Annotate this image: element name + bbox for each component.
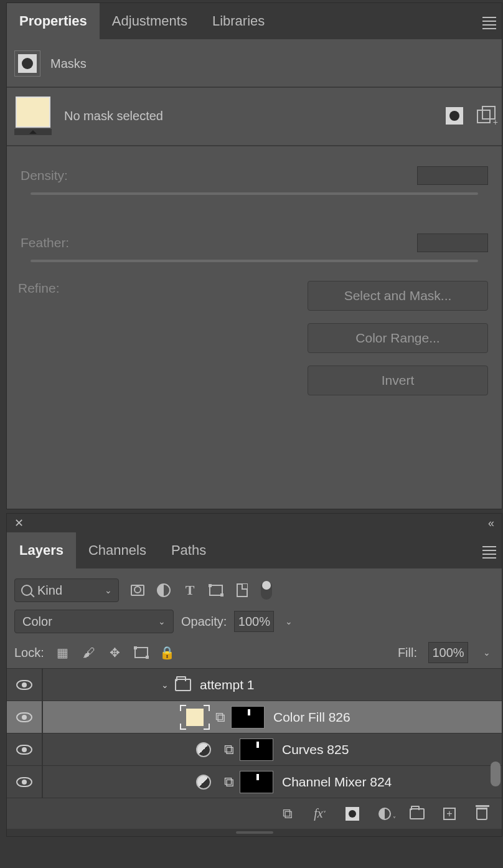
lock-label: Lock: [14,646,44,660]
lock-position-icon[interactable]: ✥ [108,645,123,660]
visibility-toggle[interactable] [7,745,42,755]
disclosure-icon[interactable]: ⌄ [161,680,169,690]
lock-pixels-icon[interactable]: 🖌 [82,645,96,660]
feather-input[interactable] [417,234,488,252]
color-range-button[interactable]: Color Range... [308,323,488,353]
blend-mode-select[interactable]: Color ⌄ [14,610,174,633]
link-layers-icon[interactable]: ⧉ [280,806,295,821]
layer-name[interactable]: Color Fill 826 [273,710,350,725]
layer-name[interactable]: Channel Mixer 824 [282,775,392,790]
filter-pixel-icon[interactable] [130,583,145,598]
add-pixel-mask-icon[interactable] [446,107,463,125]
lock-artboard-icon[interactable] [134,645,149,660]
filter-adjustment-icon[interactable] [156,583,171,598]
mask-thumbnail[interactable] [240,771,273,793]
mask-link-icon[interactable]: ⧉ [215,712,226,723]
refine-label: Refine: [18,281,60,395]
filter-shape-icon[interactable] [209,583,223,598]
new-layer-icon[interactable]: + [442,806,457,821]
fill-dropdown-icon[interactable]: ⌄ [479,642,494,663]
tab-paths[interactable]: Paths [159,532,219,568]
layer-name[interactable]: Curves 825 [282,742,349,757]
adjustment-icon [196,775,211,790]
mask-link-icon[interactable]: ⧉ [223,776,235,788]
masks-section-icon [14,50,40,77]
add-mask-icon[interactable] [345,806,360,821]
filter-kind-label: Kind [37,583,62,598]
tab-channels[interactable]: Channels [76,532,159,568]
properties-menu-icon[interactable] [477,3,502,39]
opacity-label: Opacity: [181,615,227,629]
layer-fx-icon[interactable]: fx˅ [313,806,327,821]
tab-properties[interactable]: Properties [7,3,100,39]
new-group-icon[interactable] [410,806,425,821]
mask-status-text: No mask selected [64,109,163,123]
layer-name[interactable]: attempt 1 [200,677,255,692]
density-input[interactable] [417,166,488,185]
add-vector-mask-icon[interactable]: + [477,107,494,125]
lock-all-icon[interactable]: 🔒 [160,645,175,660]
chevron-down-icon: ⌄ [105,585,112,595]
mask-thumbnail[interactable] [231,706,265,729]
filter-type-icon[interactable]: T [182,583,197,598]
fill-label: Fill: [398,646,417,660]
layers-menu-icon[interactable] [477,532,502,568]
layer-color-swatch[interactable] [14,97,52,135]
mask-thumbnail[interactable] [240,738,273,761]
layer-row-adjustment[interactable]: ⧉ Curves 825 [7,733,502,765]
chevron-down-icon: ⌄ [158,616,166,626]
invert-button[interactable]: Invert [308,366,488,395]
layer-row-group[interactable]: ⌄ attempt 1 [7,668,502,701]
blend-mode-value: Color [22,615,52,629]
adjustment-icon [196,742,211,757]
lock-transparency-icon[interactable]: ▦ [55,645,70,660]
search-icon [21,585,32,596]
filter-smartobject-icon[interactable] [235,583,250,598]
folder-icon [175,679,191,691]
filter-kind-select[interactable]: Kind ⌄ [14,578,119,602]
feather-label: Feather: [21,235,69,250]
density-label: Density: [21,168,68,183]
opacity-input[interactable]: 100% [234,611,274,632]
tab-adjustments[interactable]: Adjustments [100,3,200,39]
close-icon[interactable]: ✕ [14,516,24,530]
fill-input[interactable]: 100% [428,642,468,663]
visibility-toggle[interactable] [7,712,42,722]
tab-libraries[interactable]: Libraries [200,3,277,39]
mask-link-icon[interactable]: ⧉ [223,744,235,755]
visibility-toggle[interactable] [7,777,42,787]
resize-grip[interactable] [7,829,502,836]
visibility-toggle[interactable] [7,680,42,690]
collapse-panel-icon[interactable]: « [488,517,494,530]
layer-row-adjustment[interactable]: ⧉ Channel Mixer 824 [7,765,502,798]
opacity-dropdown-icon[interactable]: ⌄ [281,611,296,632]
new-adjustment-icon[interactable]: ˅ [377,806,392,821]
section-title: Masks [50,57,87,71]
filter-toggle[interactable] [261,581,272,600]
layer-thumbnail[interactable] [180,705,210,730]
select-and-mask-button[interactable]: Select and Mask... [308,281,488,311]
delete-layer-icon[interactable] [474,806,489,821]
tab-layers[interactable]: Layers [7,532,76,568]
scrollbar[interactable] [491,762,501,786]
layer-row-fill[interactable]: ⧉ Color Fill 826 [7,701,502,733]
